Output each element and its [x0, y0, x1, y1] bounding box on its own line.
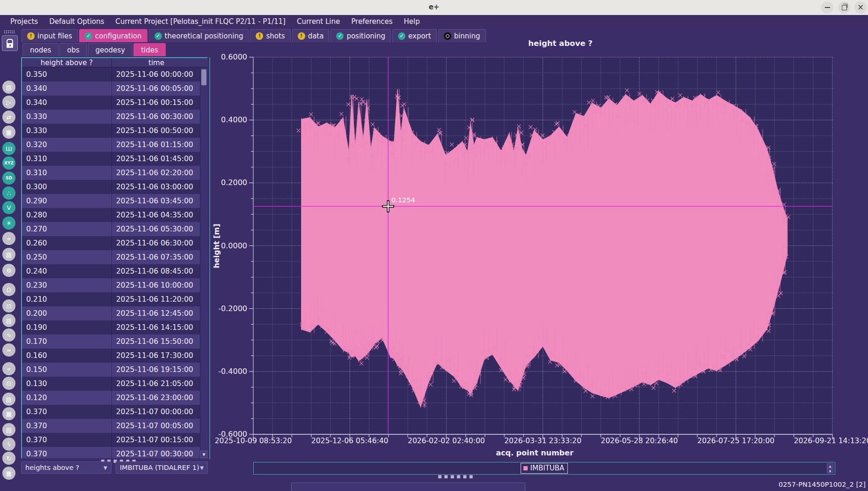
- lightning-icon[interactable]: ϟ: [2, 438, 15, 451]
- menu-item-current[interactable]: Current Project [Pelotas_init FLQC P2/11…: [110, 16, 291, 27]
- gear-icon[interactable]: ⚙: [2, 264, 15, 277]
- minimize-icon: [825, 7, 830, 8]
- table-row[interactable]: 0.3402025-11-06 00:15:00: [22, 96, 201, 110]
- document2-icon[interactable]: ▤: [2, 314, 15, 327]
- table-cell: 2025-11-06 19:15:00: [111, 363, 201, 377]
- document-icon[interactable]: ▤: [2, 81, 15, 94]
- menu-item-help[interactable]: Help: [398, 16, 426, 27]
- table-row[interactable]: 0.3002025-11-06 03:00:00: [22, 180, 201, 194]
- sd-icon[interactable]: SD: [2, 171, 15, 185]
- table-row[interactable]: 0.2802025-11-06 04:35:00: [22, 208, 201, 222]
- legend-item-IMBITUBA[interactable]: IMBITUBA: [521, 463, 568, 474]
- table-row[interactable]: 0.2902025-11-06 03:45:00: [22, 194, 201, 208]
- check-icon: ✓: [336, 32, 344, 40]
- minimize-button[interactable]: [821, 1, 833, 14]
- splitter-handle-bottom[interactable]: ■ ■ ■ ■ ■ ■: [438, 474, 473, 479]
- table-cell: 0.330: [22, 110, 111, 124]
- legend-up-button[interactable]: ▲: [827, 463, 833, 468]
- magnet-icon[interactable]: Ω: [2, 283, 15, 296]
- save-icon[interactable]: ▦: [2, 126, 15, 139]
- table-row[interactable]: 0.3302025-11-06 00:50:00: [22, 124, 201, 138]
- table-row[interactable]: 0.2402025-11-06 08:45:00: [22, 264, 201, 278]
- table-row[interactable]: 0.2302025-11-06 10:00:00: [22, 278, 201, 292]
- wave-icon[interactable]: ∿: [2, 328, 15, 342]
- save3-icon[interactable]: ▦: [2, 467, 15, 480]
- table-row[interactable]: 0.3702025-11-07 00:05:00: [22, 419, 201, 433]
- maximize-button[interactable]: [838, 1, 850, 14]
- sparkle-cursor-icon[interactable]: ✳: [2, 216, 15, 230]
- menu-item-current[interactable]: Current Line: [291, 16, 346, 27]
- play-icon[interactable]: ▷: [2, 96, 15, 109]
- table-row[interactable]: 0.1202025-11-06 23:00:00: [22, 391, 201, 405]
- share-nodes-icon[interactable]: ∴: [2, 186, 15, 200]
- table-cell: 2025-11-06 01:15:00: [111, 138, 201, 152]
- transfer-icon[interactable]: ⇄: [2, 111, 15, 124]
- xyz-icon[interactable]: XYZ: [2, 156, 15, 170]
- table-row[interactable]: 0.3302025-11-06 00:30:00: [22, 110, 201, 124]
- table-row[interactable]: 0.1602025-11-06 17:30:00: [22, 349, 201, 363]
- bottom-input[interactable]: [291, 483, 525, 491]
- table-scrollbar[interactable]: [200, 67, 207, 458]
- video-icon[interactable]: ⊡: [2, 299, 15, 312]
- map-icon[interactable]: ▧: [2, 248, 15, 261]
- video2-icon[interactable]: ⊡: [2, 377, 15, 390]
- tab-binning[interactable]: binning: [438, 29, 486, 42]
- menu-item-preferences[interactable]: Preferences: [346, 16, 398, 27]
- crosshair-value-label: 0.1254: [391, 196, 415, 204]
- table-row[interactable]: 0.1302025-11-06 21:05:00: [22, 377, 201, 391]
- table-row[interactable]: 0.3502025-11-06 00:00:00: [22, 67, 201, 82]
- quantity-select[interactable]: heights above ? ▼: [21, 461, 111, 474]
- subtab-obs[interactable]: obs: [59, 43, 87, 56]
- table-row[interactable]: 0.1502025-11-06 19:15:00: [22, 363, 201, 377]
- subtab-nodes[interactable]: nodes: [22, 43, 59, 56]
- save2-icon[interactable]: ▦: [2, 407, 15, 420]
- tab-positioning[interactable]: ✓positioning: [331, 29, 391, 42]
- legend-down-button[interactable]: ▼: [827, 469, 833, 473]
- close-button[interactable]: ×: [854, 1, 867, 14]
- tab-export[interactable]: ✓export: [392, 29, 437, 42]
- table-row[interactable]: 0.2602025-11-06 06:30:00: [22, 236, 201, 250]
- table-row[interactable]: 0.2502025-11-06 07:35:00: [22, 250, 201, 264]
- tide-plot[interactable]: [253, 57, 832, 434]
- wave2-icon[interactable]: ≈: [2, 343, 15, 357]
- key2-icon[interactable]: ∝: [2, 362, 15, 375]
- subtab-geodesy[interactable]: geodesy: [88, 43, 132, 56]
- panel-splitter[interactable]: [209, 57, 210, 459]
- table-cell: 0.210: [22, 292, 111, 306]
- tab-data[interactable]: !data: [292, 29, 330, 42]
- table-row[interactable]: 0.3102025-11-06 02:20:00: [22, 166, 201, 180]
- table-row[interactable]: 0.3702025-11-07 00:15:00: [22, 433, 201, 447]
- menu-item-default[interactable]: Default Options: [44, 16, 110, 27]
- station-select[interactable]: IMBITUBA (TIDALREF 1) ▼: [116, 461, 208, 474]
- document3-icon[interactable]: ▤: [2, 393, 15, 406]
- tab-input-files[interactable]: !input files: [22, 29, 78, 42]
- scrollbar-thumb[interactable]: [201, 69, 206, 85]
- subtab-tides[interactable]: tides: [133, 43, 166, 56]
- lock-tool-button[interactable]: [2, 35, 18, 51]
- table-row[interactable]: 0.3102025-11-06 01:45:00: [22, 152, 201, 166]
- key-icon[interactable]: ∝: [2, 232, 15, 245]
- rotate-icon[interactable]: ↻: [2, 452, 15, 465]
- table-row[interactable]: 0.3702025-11-07 00:00:00: [22, 405, 201, 419]
- tab-configuration[interactable]: ✓configuration: [79, 29, 147, 42]
- table-header: height above ? time: [22, 57, 207, 67]
- toolbar-grip[interactable]: [4, 30, 15, 33]
- table-row[interactable]: 0.2702025-11-06 05:30:00: [22, 222, 201, 236]
- tide-gauge-icon[interactable]: Ш: [2, 142, 15, 155]
- table-row[interactable]: 0.2102025-11-06 11:20:00: [22, 292, 201, 306]
- column-header-time[interactable]: time: [111, 58, 201, 67]
- table-cell: 0.320: [22, 138, 111, 152]
- document4-icon[interactable]: ▤: [2, 423, 15, 436]
- tab-theoretical-positioning[interactable]: ✓theoretical positioning: [149, 29, 249, 42]
- table-row[interactable]: 0.3702025-11-07 00:30:00: [22, 447, 201, 458]
- table-row[interactable]: 0.1902025-11-06 14:15:00: [22, 320, 201, 335]
- tab-shots[interactable]: !shots: [250, 29, 290, 42]
- menu-item-projects[interactable]: Projects: [5, 16, 44, 27]
- table-row[interactable]: 0.2002025-11-06 12:45:00: [22, 306, 201, 320]
- table-row[interactable]: 0.3202025-11-06 01:15:00: [22, 138, 201, 152]
- scrollbar-down-button[interactable]: ▼: [200, 451, 207, 458]
- v-nodes-icon[interactable]: V: [2, 201, 15, 214]
- table-row[interactable]: 0.1702025-11-06 15:50:00: [22, 335, 201, 349]
- table-row[interactable]: 0.3402025-11-06 00:05:00: [22, 82, 201, 96]
- column-header-height[interactable]: height above ?: [22, 58, 111, 67]
